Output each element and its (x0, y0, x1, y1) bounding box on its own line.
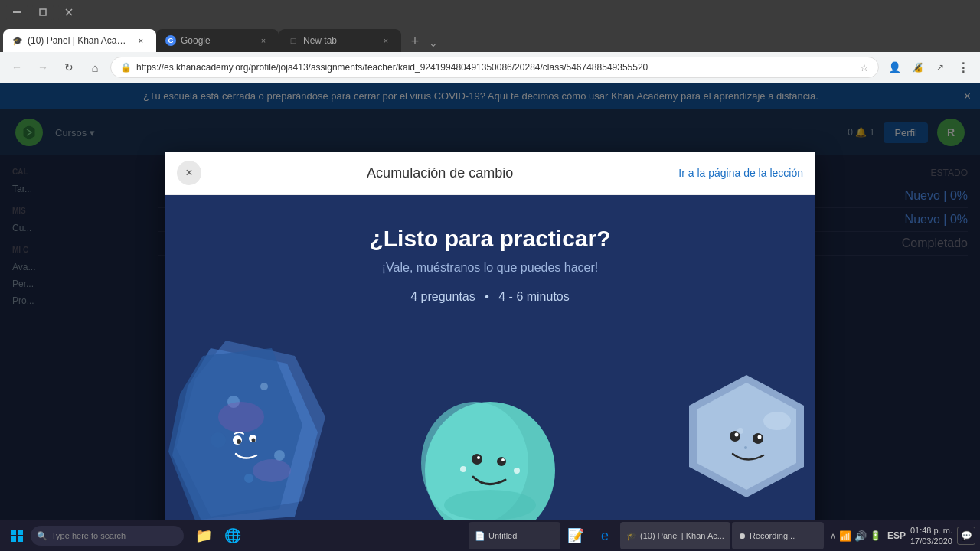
taskbar-running-khan[interactable]: 🎓 (10) Panel | Khan Ac... (620, 522, 730, 549)
profile-nav-icon[interactable]: 👤 (884, 57, 905, 78)
close-button[interactable] (58, 5, 80, 20)
tabs-bar: 🎓 (10) Panel | Khan Acade... × G Google … (0, 24, 980, 52)
taskbar-running-untitled[interactable]: 📄 Untitled (469, 522, 560, 549)
svg-point-32 (758, 435, 762, 439)
tab1-close[interactable]: × (135, 34, 147, 47)
character-center (406, 379, 574, 520)
svg-point-11 (244, 474, 253, 483)
page-background: ¿Tu escuela está cerrada o preparándose … (0, 83, 980, 520)
taskbar-running-note[interactable]: 📝 (562, 522, 590, 549)
svg-point-10 (274, 450, 285, 461)
battery-icon: 🔋 (870, 530, 881, 541)
svg-point-20 (472, 454, 482, 465)
network-icon: 📶 (839, 530, 851, 542)
title-bar (0, 0, 980, 24)
svg-rect-1 (40, 9, 46, 15)
notification-area: ∧ 📶 🔊 🔋 ESP (830, 530, 909, 542)
svg-point-31 (753, 433, 763, 444)
practice-meta: 4 preguntas • 4 - 6 minutos (410, 290, 570, 304)
more-options-icon[interactable]: ⋮ (952, 57, 974, 78)
tab1-label: (10) Panel | Khan Acade... (28, 35, 130, 46)
forward-button[interactable]: → (32, 57, 54, 78)
search-placeholder: Type here to search (51, 531, 126, 540)
taskbar-app-explorer[interactable]: 📁 (190, 522, 217, 549)
svg-point-35 (763, 412, 791, 430)
nav-bar: ← → ↻ ⌂ 🔒 https://es.khanacademy.org/pro… (0, 52, 980, 83)
address-icons: ☆ (860, 62, 869, 73)
taskbar-search[interactable]: 🔍 Type here to search (31, 526, 184, 546)
start-button[interactable] (5, 523, 29, 548)
svg-point-30 (735, 433, 739, 437)
browser-content: ¿Tu escuela está cerrada o preparándose … (0, 83, 980, 520)
taskbar-running-ie[interactable]: e (591, 522, 619, 549)
action-center-icon: 💬 (961, 530, 972, 541)
character-left (165, 341, 333, 520)
extension1-icon[interactable]: 🔏 (906, 57, 928, 78)
taskbar-time-display: 01:48 p. m. 17/03/2020 (910, 525, 952, 547)
svg-point-13 (253, 459, 291, 482)
note-icon: 📝 (567, 527, 584, 544)
restore-button[interactable] (32, 5, 54, 20)
tab-khan-academy[interactable]: 🎓 (10) Panel | Khan Acade... × (3, 29, 156, 52)
windows-logo-icon (11, 530, 23, 542)
recording-icon: ⏺ (738, 531, 746, 540)
date-value: 17/03/2020 (910, 536, 952, 546)
practice-subheading: ¡Vale, muéstranos lo que puedes hacer! (382, 261, 599, 275)
taskbar-app-chrome[interactable]: 🌐 (219, 522, 247, 549)
window-controls (6, 5, 80, 20)
svg-point-26 (444, 490, 536, 520)
time-value: 01:48 p. m. (910, 525, 952, 536)
tab2-close[interactable]: × (257, 34, 270, 47)
bookmark-icon[interactable]: ☆ (860, 62, 869, 73)
meta-time: 4 - 6 minutos (498, 290, 569, 303)
modal-body: ¿Listo para practicar? ¡Vale, muéstranos… (165, 195, 815, 520)
character-right (678, 371, 815, 520)
recording-label: Recording... (750, 531, 795, 540)
file-explorer-icon: 📁 (195, 527, 212, 544)
chrome-icon: 🌐 (224, 527, 241, 544)
tab2-favicon: G (165, 35, 176, 46)
tab3-favicon: □ (288, 35, 299, 46)
untitled-label: Untitled (488, 531, 517, 540)
address-bar[interactable]: 🔒 https://es.khanacademy.org/profile/joj… (110, 57, 879, 78)
back-button[interactable]: ← (6, 57, 28, 78)
khan-taskbar-icon: 🎓 (626, 531, 637, 541)
svg-point-25 (514, 468, 520, 474)
up-chevron-icon[interactable]: ∧ (830, 531, 836, 541)
svg-point-21 (477, 456, 480, 459)
meta-questions: 4 preguntas (410, 290, 475, 303)
volume-icon: 🔊 (854, 530, 867, 542)
modal-close-button[interactable]: × (177, 161, 201, 185)
tab2-label: Google (181, 35, 253, 46)
new-tab-button[interactable]: + (404, 31, 426, 52)
tab3-close[interactable]: × (380, 34, 392, 47)
modal-title: Acumulación de cambio (201, 165, 678, 181)
svg-point-24 (460, 466, 466, 472)
lesson-page-link[interactable]: Ir a la página de la lección (678, 167, 803, 179)
language-indicator: ESP (887, 530, 906, 541)
taskbar: 🔍 Type here to search 📁 🌐 📄 Untitled 📝 e… (0, 520, 980, 551)
home-button[interactable]: ⌂ (84, 57, 106, 78)
svg-point-12 (218, 402, 264, 432)
search-icon: 🔍 (37, 531, 47, 541)
khan-taskbar-label: (10) Panel | Khan Ac... (640, 531, 724, 540)
tab-google[interactable]: G Google × (156, 29, 279, 52)
svg-point-9 (211, 432, 226, 448)
svg-point-33 (744, 446, 747, 449)
svg-point-17 (252, 439, 256, 442)
minimize-button[interactable] (6, 5, 28, 20)
tab-new-tab[interactable]: □ New tab × (279, 29, 401, 52)
svg-point-23 (501, 458, 505, 461)
tab-overflow-button[interactable]: ⌄ (426, 34, 441, 52)
share-icon[interactable]: ↗ (929, 57, 951, 78)
action-center-button[interactable]: 💬 (957, 527, 975, 545)
taskbar-running-recording[interactable]: ⏺ Recording... (732, 522, 824, 549)
refresh-button[interactable]: ↻ (58, 57, 80, 78)
practice-heading: ¿Listo para practicar? (369, 226, 610, 252)
svg-point-22 (497, 457, 506, 466)
svg-point-8 (260, 383, 268, 390)
meta-separator: • (485, 290, 489, 303)
modal-header: × Acumulación de cambio Ir a la página d… (165, 152, 815, 195)
svg-point-34 (737, 428, 743, 434)
browser-frame: 🎓 (10) Panel | Khan Acade... × G Google … (0, 0, 980, 551)
